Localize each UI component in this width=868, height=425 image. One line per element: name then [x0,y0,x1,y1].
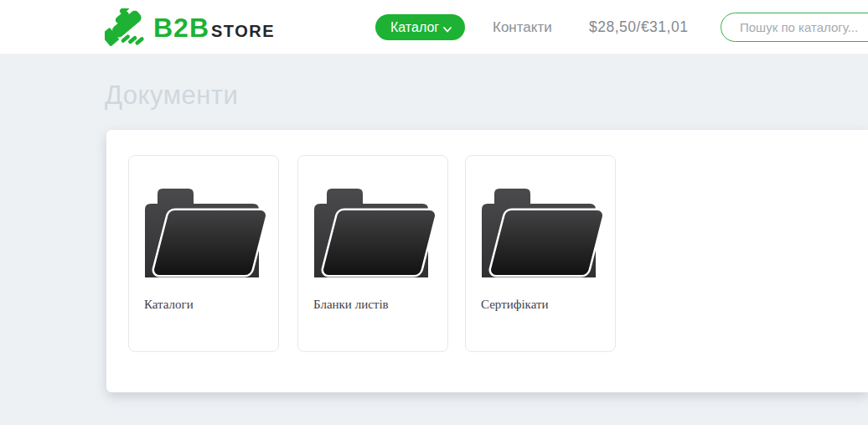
folder-icon [475,184,609,284]
catalog-button[interactable]: Каталог [375,14,465,40]
page: B2B STORE Каталог Контакти $28,50/€31,01… [0,0,868,425]
nav-contacts-link[interactable]: Контакти [493,0,552,54]
page-title: Документи [105,80,238,111]
chevron-down-icon [443,21,452,36]
brand-primary: B2B [153,14,209,41]
currency-rates: $28,50/€31,01 [589,0,688,54]
search-input[interactable] [721,13,868,42]
logo[interactable]: B2B STORE [105,8,275,48]
folder-icon [138,184,272,284]
documents-panel: Каталоги Бланки листів Сертифікати [106,130,868,392]
folder-card-letterheads[interactable]: Бланки листів [297,155,448,352]
handshake-icon [105,8,145,47]
folder-card-certificates[interactable]: Сертифікати [465,155,616,352]
folder-label: Каталоги [144,298,194,312]
brand-secondary: STORE [211,23,275,39]
folder-card-catalogs[interactable]: Каталоги [128,155,279,352]
brand-text: B2B STORE [153,14,275,41]
catalog-button-label: Каталог [390,20,439,35]
folder-icon [307,184,442,284]
folder-label: Сертифікати [481,298,549,312]
header: B2B STORE Каталог Контакти $28,50/€31,01 [0,0,868,54]
folder-label: Бланки листів [313,298,389,312]
